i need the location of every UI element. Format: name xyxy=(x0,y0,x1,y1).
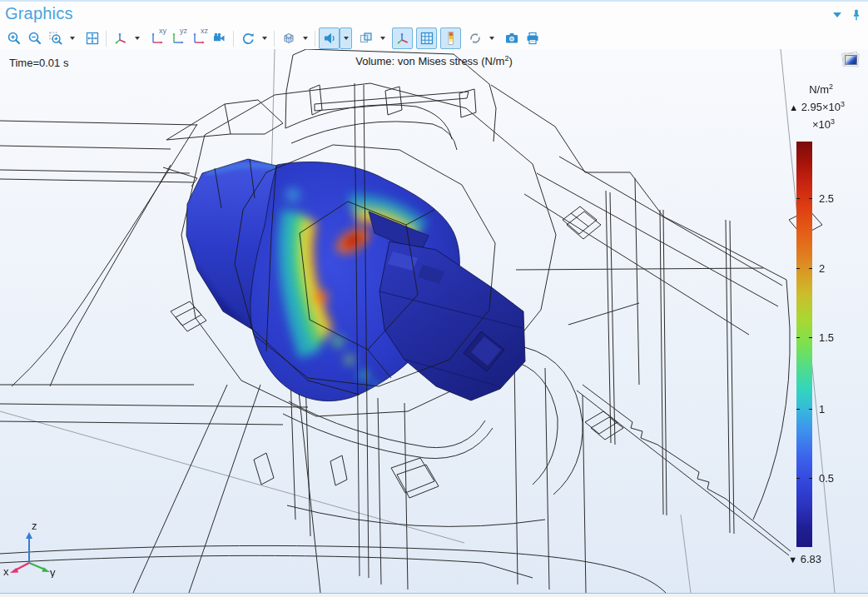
image-snapshot-button[interactable] xyxy=(501,27,522,49)
zoom-out-button[interactable] xyxy=(24,27,45,49)
z-axis-label: z xyxy=(32,520,37,532)
scene-button[interactable] xyxy=(278,27,299,49)
zoom-box-dropdown[interactable] xyxy=(66,27,78,49)
camera-movie-button[interactable] xyxy=(209,27,230,49)
zoom-extents-icon xyxy=(85,31,100,46)
scene-light-button[interactable] xyxy=(319,27,340,49)
grid-icon xyxy=(419,31,434,46)
view-triad-icon xyxy=(113,31,128,46)
z-axis-arrow xyxy=(26,532,32,539)
rotate-view-dropdown[interactable] xyxy=(258,27,270,49)
show-color-legend-button[interactable] xyxy=(440,27,461,49)
plot-thumbnail-icon[interactable] xyxy=(841,52,859,67)
go-to-xy-view-button[interactable]: xy xyxy=(146,27,167,49)
bottom-window-edge xyxy=(0,593,868,597)
graphics-window-header: Graphics xyxy=(0,2,868,27)
transparency-dropdown[interactable] xyxy=(376,27,389,49)
environment-arrows-icon xyxy=(468,31,483,46)
environment-button[interactable] xyxy=(464,27,485,49)
zoom-box-icon xyxy=(48,31,63,46)
graphics-canvas[interactable]: Time=0.01 s Volume: von Mises stress (N/… xyxy=(0,49,868,593)
show-axis-orientation-button[interactable] xyxy=(392,27,413,49)
print-button[interactable] xyxy=(522,27,543,49)
go-to-yz-view-button[interactable]: yz xyxy=(167,27,188,49)
collapse-chevron-icon[interactable] xyxy=(833,12,841,17)
axis-orientation-icon xyxy=(395,31,410,46)
transparency-button[interactable] xyxy=(355,27,376,49)
camera-movie-icon xyxy=(212,31,227,46)
xz-view-label: xz xyxy=(201,27,208,35)
scene-light-icon xyxy=(322,31,337,46)
default-3d-view-button[interactable] xyxy=(110,27,131,49)
zoom-in-icon xyxy=(7,31,22,46)
show-grid-button[interactable] xyxy=(416,27,437,49)
snapshot-camera-icon xyxy=(504,31,519,46)
zoom-in-button[interactable] xyxy=(3,27,24,49)
rotate-view-button[interactable] xyxy=(237,27,258,49)
x-axis-label: x xyxy=(3,565,9,578)
scene-dropdown[interactable] xyxy=(299,27,311,49)
printer-icon xyxy=(525,31,540,46)
rotate-icon xyxy=(241,31,255,46)
default-3d-view-dropdown[interactable] xyxy=(131,27,143,49)
zoom-box-button[interactable] xyxy=(45,27,66,49)
scene-light-dropdown[interactable] xyxy=(340,27,352,49)
go-to-xz-view-button[interactable]: xz xyxy=(188,27,209,49)
window-title: Graphics xyxy=(5,4,73,23)
y-axis-label: y xyxy=(50,566,56,578)
scene-cube-icon xyxy=(281,31,296,46)
graphics-toolbar: xy yz xz xyxy=(2,27,543,49)
zoom-out-icon xyxy=(27,31,42,46)
transparency-icon xyxy=(359,31,374,46)
zoom-extents-button[interactable] xyxy=(82,27,102,49)
environment-dropdown[interactable] xyxy=(485,27,498,49)
model-scene xyxy=(0,49,868,593)
plot-title: Volume: von Mises stress (N/m2) xyxy=(0,54,868,67)
pin-icon[interactable] xyxy=(850,8,863,22)
yz-view-label: yz xyxy=(180,27,187,35)
color-legend-icon xyxy=(444,31,459,46)
xy-view-label: xy xyxy=(159,27,166,35)
coordinate-triad: z x y xyxy=(2,511,67,578)
